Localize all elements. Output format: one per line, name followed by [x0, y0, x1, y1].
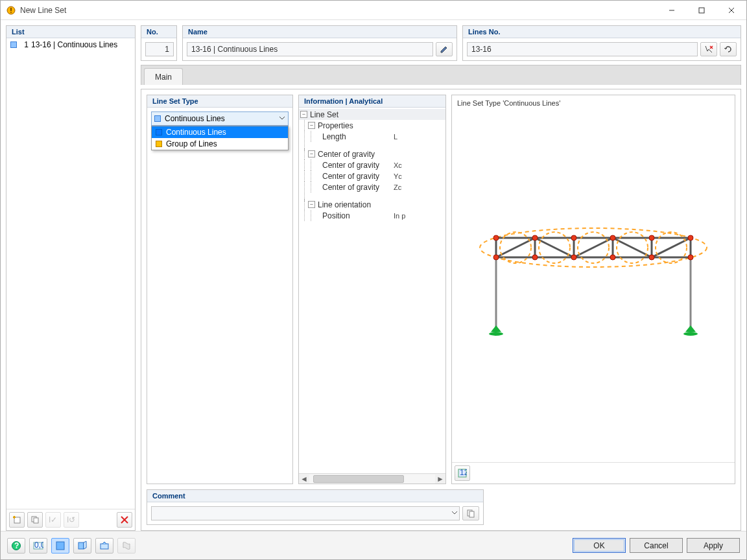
- tree-node-cog[interactable]: −Center of gravity: [299, 148, 445, 159]
- apply-button[interactable]: Apply: [687, 538, 740, 553]
- chevron-down-icon: [279, 114, 285, 123]
- reverse-lines-button[interactable]: [720, 42, 737, 56]
- ok-button[interactable]: OK: [573, 538, 626, 553]
- help-button[interactable]: ?: [7, 538, 25, 554]
- list-toolbar: I✓ I↺: [6, 509, 135, 530]
- preview-toolbar: 12: [452, 462, 735, 484]
- list-item-no: 1: [19, 40, 29, 49]
- svg-point-36: [493, 235, 499, 240]
- units-button[interactable]: 0,00: [29, 538, 47, 554]
- comment-header: Comment: [147, 490, 483, 502]
- dropdown-item-continuous[interactable]: Continuous Lines: [152, 126, 288, 138]
- svg-text:?: ?: [14, 541, 19, 550]
- view-2-button[interactable]: [73, 538, 91, 554]
- line-set-type-selected: Continuous Lines: [165, 114, 225, 123]
- truss-preview-svg: [477, 218, 710, 355]
- delete-button[interactable]: [117, 512, 132, 528]
- exclude-button[interactable]: I↺: [64, 512, 79, 528]
- svg-point-44: [571, 255, 576, 260]
- svg-rect-7: [14, 517, 20, 523]
- preview-body: [452, 111, 735, 462]
- tree-leaf-cogx: Center of gravityXc: [299, 159, 445, 170]
- no-input[interactable]: [145, 42, 174, 56]
- lines-input[interactable]: [467, 42, 698, 56]
- tab-bar: Main: [141, 65, 741, 85]
- close-button[interactable]: [717, 1, 746, 20]
- tree-leaf-cogz: Center of gravityZc: [299, 181, 445, 192]
- info-tree: −Line Set −Properties LengthL −Center of…: [299, 108, 445, 473]
- app-icon: [6, 5, 16, 16]
- no-label: No.: [141, 26, 176, 38]
- tab-content: Line Set Type Continuous Lines Continuou…: [141, 89, 741, 531]
- scroll-left-icon[interactable]: ◄: [299, 474, 309, 484]
- cancel-button[interactable]: Cancel: [630, 538, 683, 553]
- svg-text:12: 12: [460, 469, 467, 477]
- no-field: No.: [141, 25, 177, 61]
- group-lines-icon: [156, 141, 162, 147]
- tab-main[interactable]: Main: [144, 68, 183, 85]
- svg-rect-4: [699, 8, 704, 13]
- info-hscrollbar[interactable]: ◄ ►: [299, 473, 445, 484]
- list-item[interactable]: 1 13-16 | Continuous Lines: [9, 40, 132, 50]
- minimize-button[interactable]: [657, 1, 687, 20]
- svg-point-47: [688, 255, 693, 260]
- list-header: List: [6, 26, 135, 38]
- comment-panel: Comment: [147, 489, 484, 525]
- info-panel: Information | Analytical −Line Set −Prop…: [298, 95, 446, 484]
- fields-row: No. Name Lines No.: [141, 25, 741, 61]
- tree-node-properties[interactable]: −Properties: [299, 120, 445, 131]
- continuous-lines-icon: [156, 129, 162, 135]
- dropdown-item-label: Group of Lines: [166, 139, 217, 148]
- copy-button[interactable]: [27, 512, 43, 528]
- scroll-right-icon[interactable]: ►: [435, 474, 445, 484]
- tree-node-orientation[interactable]: −Line orientation: [299, 199, 445, 210]
- line-set-type-panel: Line Set Type Continuous Lines Continuou…: [147, 95, 293, 484]
- name-input[interactable]: [187, 42, 433, 56]
- preview-panel: Line Set Type 'Continuous Lines': [451, 95, 735, 484]
- include-button[interactable]: I✓: [45, 512, 61, 528]
- chevron-down-icon: [451, 509, 458, 518]
- svg-point-2: [10, 12, 12, 13]
- tree-leaf-position: PositionIn p: [299, 210, 445, 221]
- name-label: Name: [183, 26, 456, 38]
- pick-lines-button[interactable]: [700, 42, 717, 56]
- svg-rect-62: [78, 542, 84, 549]
- svg-rect-1: [10, 8, 12, 11]
- line-set-type-dropdown: Continuous Lines Group of Lines: [151, 126, 289, 150]
- svg-rect-56: [469, 511, 474, 517]
- info-header: Information | Analytical: [299, 95, 445, 108]
- show-numbers-button[interactable]: 12: [455, 465, 470, 481]
- new-button[interactable]: [9, 512, 25, 528]
- maximize-button[interactable]: [687, 1, 717, 20]
- dropdown-item-label: Continuous Lines: [166, 128, 226, 137]
- right-column: No. Name Lines No.: [141, 25, 741, 531]
- svg-point-21: [489, 332, 503, 336]
- scroll-track[interactable]: [309, 474, 435, 484]
- tree-node-line-set[interactable]: −Line Set: [299, 109, 445, 120]
- dropdown-item-group[interactable]: Group of Lines: [152, 138, 288, 150]
- footer: ? 0,00 OK Cancel Apply: [1, 531, 746, 559]
- svg-text:0,00: 0,00: [34, 541, 43, 550]
- tree-leaf-cogy: Center of gravityYc: [299, 170, 445, 181]
- svg-point-38: [571, 235, 576, 240]
- svg-point-22: [683, 332, 698, 336]
- lines-field: Lines No.: [462, 25, 741, 61]
- line-set-type-header: Line Set Type: [147, 95, 292, 108]
- svg-point-46: [649, 255, 654, 260]
- svg-point-43: [532, 255, 538, 260]
- comment-input[interactable]: [151, 506, 460, 520]
- tree-leaf-length: LengthL: [299, 131, 445, 142]
- svg-point-45: [610, 255, 615, 260]
- scroll-thumb[interactable]: [313, 475, 404, 483]
- edit-name-button[interactable]: [436, 42, 453, 56]
- view-1-button[interactable]: [51, 538, 69, 554]
- view-3-button[interactable]: [95, 538, 113, 554]
- titlebar: New Line Set: [1, 1, 746, 20]
- svg-point-42: [493, 255, 499, 260]
- line-set-type-combo[interactable]: Continuous Lines Continuous Lines: [151, 111, 289, 126]
- list-panel: List 1 13-16 | Continuous Lines I✓ I↺: [6, 25, 136, 531]
- script-button[interactable]: [117, 538, 136, 554]
- svg-rect-63: [101, 544, 108, 549]
- dialog-window: New Line Set List 1 13-16 | Continuous L…: [0, 0, 747, 560]
- comment-library-button[interactable]: [462, 506, 479, 520]
